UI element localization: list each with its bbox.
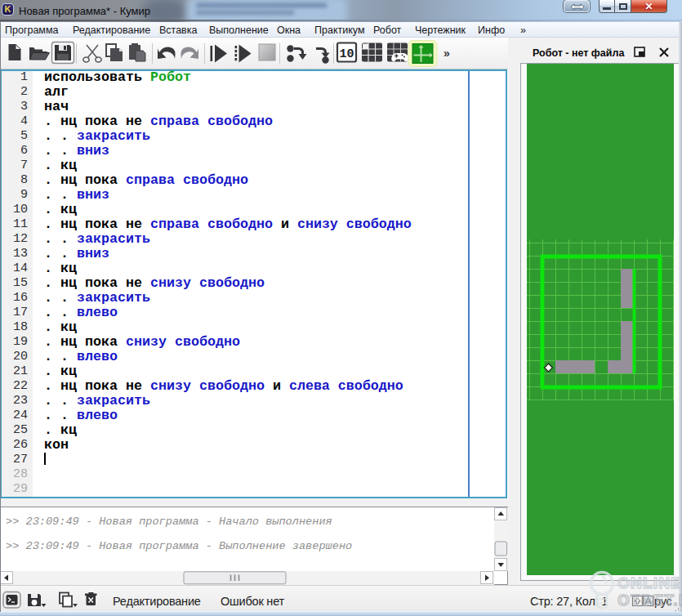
svg-text:ONLINE: ONLINE bbox=[617, 574, 682, 591]
svg-text:10: 10 bbox=[339, 47, 354, 61]
svg-text:ОТВЕТ.РУ: ОТВЕТ.РУ bbox=[617, 591, 682, 609]
svg-text:»: » bbox=[444, 47, 450, 60]
